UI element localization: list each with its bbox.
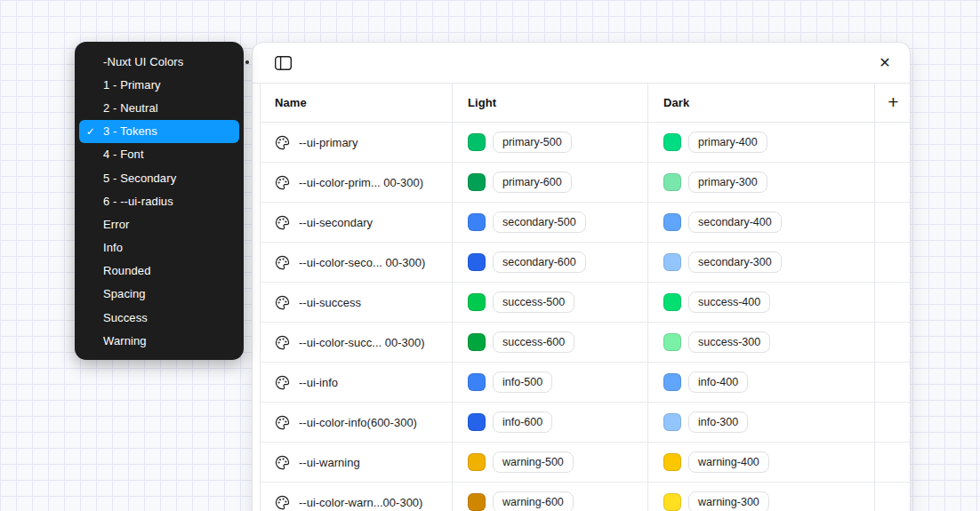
variable-name-cell[interactable]: --ui-color-warn...00-300) <box>261 483 453 511</box>
table-row[interactable]: --ui-color-succ... 00-300) success-600 s… <box>261 323 910 363</box>
collection-menu-item[interactable]: Rounded <box>79 259 239 283</box>
dark-value-cell[interactable]: primary-400 <box>648 123 875 162</box>
dark-token-pill[interactable]: primary-400 <box>688 132 767 153</box>
table-row[interactable]: --ui-secondary secondary-500 secondary-4… <box>261 203 910 243</box>
light-color-swatch[interactable] <box>468 253 486 271</box>
row-extra-cell <box>875 123 911 162</box>
light-value-cell[interactable]: success-500 <box>453 283 648 322</box>
collection-menu-item[interactable]: Spacing <box>79 283 239 306</box>
dark-color-swatch[interactable] <box>663 293 681 311</box>
dark-color-swatch[interactable] <box>663 133 681 151</box>
collection-menu-item[interactable]: 1 - Primary <box>79 73 239 96</box>
dark-color-swatch[interactable] <box>663 213 681 231</box>
dark-value-cell[interactable]: info-300 <box>648 403 875 442</box>
light-value-cell[interactable]: warning-600 <box>453 483 648 511</box>
light-token-pill[interactable]: warning-500 <box>493 451 574 473</box>
dark-token-pill[interactable]: warning-400 <box>688 451 769 473</box>
light-color-swatch[interactable] <box>468 133 486 151</box>
dark-token-pill[interactable]: warning-300 <box>688 491 769 511</box>
collection-menu-item[interactable]: 5 - Secondary <box>79 166 239 189</box>
column-header-dark[interactable]: Dark <box>648 84 875 122</box>
light-color-swatch[interactable] <box>468 213 486 231</box>
light-color-swatch[interactable] <box>468 173 486 191</box>
variable-name-cell[interactable]: --ui-color-info(600-300) <box>261 403 453 442</box>
collection-menu-item[interactable]: Info <box>79 236 239 259</box>
light-token-pill[interactable]: primary-600 <box>493 172 572 193</box>
light-token-pill[interactable]: secondary-600 <box>493 252 586 273</box>
light-value-cell[interactable]: success-600 <box>453 323 648 362</box>
dark-value-cell[interactable]: secondary-400 <box>648 203 875 242</box>
variable-name-cell[interactable]: --ui-success <box>261 283 453 322</box>
light-value-cell[interactable]: primary-600 <box>453 163 648 202</box>
variable-name-cell[interactable]: --ui-warning <box>261 443 453 482</box>
dark-color-swatch[interactable] <box>663 453 681 471</box>
collection-menu-item[interactable]: Warning <box>79 329 239 352</box>
light-token-pill[interactable]: secondary-500 <box>493 212 586 233</box>
dark-value-cell[interactable]: secondary-300 <box>648 243 875 282</box>
dark-value-cell[interactable]: success-400 <box>648 283 875 322</box>
table-row[interactable]: --ui-info info-500 info-400 <box>261 363 910 403</box>
variable-name-cell[interactable]: --ui-color-prim... 00-300) <box>261 163 453 202</box>
close-button[interactable]: ✕ <box>872 51 897 76</box>
light-color-swatch[interactable] <box>468 453 486 471</box>
dark-color-swatch[interactable] <box>663 413 681 431</box>
light-token-pill[interactable]: primary-500 <box>493 132 572 153</box>
light-value-cell[interactable]: secondary-600 <box>453 243 648 282</box>
variable-name-cell[interactable]: --ui-primary <box>261 123 453 162</box>
dark-token-pill[interactable]: success-400 <box>688 291 770 313</box>
table-row[interactable]: --ui-color-info(600-300) info-600 info-3… <box>261 403 910 443</box>
light-color-swatch[interactable] <box>468 413 486 431</box>
dark-token-pill[interactable]: success-300 <box>688 331 770 353</box>
dark-value-cell[interactable]: warning-300 <box>648 483 875 511</box>
light-token-pill[interactable]: warning-600 <box>493 491 574 511</box>
light-color-swatch[interactable] <box>468 493 486 511</box>
collection-menu-item[interactable]: 2 - Neutral <box>79 96 239 119</box>
light-color-swatch[interactable] <box>468 373 486 391</box>
table-row[interactable]: --ui-primary primary-500 primary-400 <box>261 123 910 163</box>
collection-menu-item[interactable]: Error <box>79 212 239 236</box>
dark-value-cell[interactable]: primary-300 <box>648 163 875 202</box>
dark-value-cell[interactable]: warning-400 <box>648 443 875 482</box>
collection-menu-item[interactable]: 6 - --ui-radius <box>79 189 239 212</box>
toggle-sidebar-button[interactable] <box>270 51 295 76</box>
light-value-cell[interactable]: info-600 <box>453 403 648 442</box>
light-color-swatch[interactable] <box>468 293 486 311</box>
light-token-pill[interactable]: success-500 <box>493 291 574 313</box>
dark-color-swatch[interactable] <box>663 493 681 511</box>
light-token-pill[interactable]: info-500 <box>493 371 552 393</box>
light-token-pill[interactable]: success-600 <box>493 331 574 353</box>
collection-menu-item[interactable]: ✓ 3 - Tokens <box>79 120 239 143</box>
dark-color-swatch[interactable] <box>663 333 681 351</box>
variable-name-cell[interactable]: --ui-color-succ... 00-300) <box>261 323 453 362</box>
collection-menu-item[interactable]: -Nuxt UI Colors <box>79 50 239 73</box>
light-value-cell[interactable]: secondary-500 <box>453 203 648 242</box>
table-row[interactable]: --ui-warning warning-500 warning-400 <box>261 443 910 483</box>
dark-value-cell[interactable]: success-300 <box>648 323 875 362</box>
light-value-cell[interactable]: info-500 <box>453 363 648 402</box>
variable-name-cell[interactable]: --ui-color-seco... 00-300) <box>261 243 453 282</box>
light-color-swatch[interactable] <box>468 333 486 351</box>
collection-menu-item[interactable]: 4 - Font <box>79 143 239 166</box>
table-row[interactable]: --ui-color-seco... 00-300) secondary-600… <box>261 243 910 283</box>
dark-color-swatch[interactable] <box>663 173 681 191</box>
add-mode-button[interactable]: + <box>875 84 911 122</box>
column-header-name[interactable]: Name <box>261 84 453 122</box>
table-row[interactable]: --ui-success success-500 success-400 <box>261 283 910 323</box>
variable-name-cell[interactable]: --ui-info <box>261 363 453 402</box>
variable-name-cell[interactable]: --ui-secondary <box>261 203 453 242</box>
column-header-light[interactable]: Light <box>453 84 648 122</box>
light-value-cell[interactable]: warning-500 <box>453 443 648 482</box>
table-row[interactable]: --ui-color-prim... 00-300) primary-600 p… <box>261 163 910 203</box>
dark-color-swatch[interactable] <box>663 373 681 391</box>
dark-token-pill[interactable]: info-400 <box>688 371 748 393</box>
dark-value-cell[interactable]: info-400 <box>648 363 875 402</box>
table-row[interactable]: --ui-color-warn...00-300) warning-600 wa… <box>261 483 910 511</box>
dark-token-pill[interactable]: primary-300 <box>688 172 767 193</box>
dark-color-swatch[interactable] <box>663 253 681 271</box>
dark-token-pill[interactable]: secondary-300 <box>688 252 782 273</box>
dark-token-pill[interactable]: secondary-400 <box>688 212 782 233</box>
dark-token-pill[interactable]: info-300 <box>688 411 748 433</box>
collection-menu-item[interactable]: Success <box>79 306 239 329</box>
light-value-cell[interactable]: primary-500 <box>453 123 648 162</box>
light-token-pill[interactable]: info-600 <box>493 411 552 433</box>
